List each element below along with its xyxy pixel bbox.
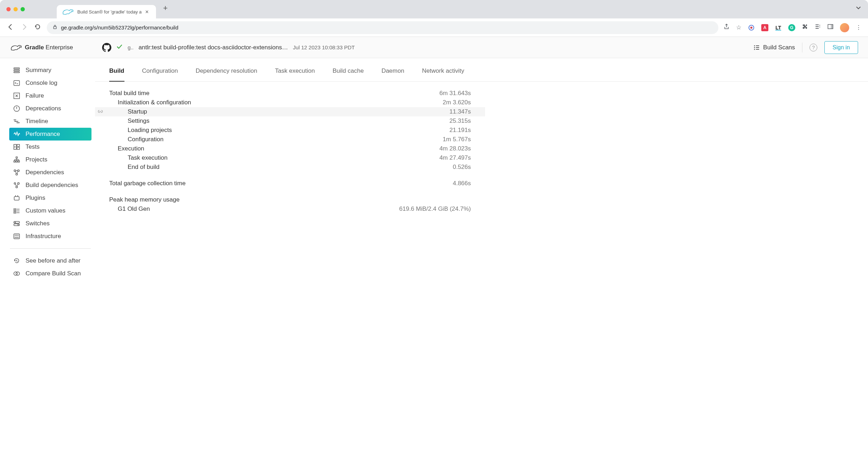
metric-init-config: Initialization & configuration 2m 3.620s bbox=[109, 98, 471, 107]
tests-icon bbox=[13, 143, 21, 150]
extension-icon-1[interactable] bbox=[748, 24, 755, 31]
subnav-network-activity[interactable]: Network activity bbox=[422, 67, 464, 81]
console-icon bbox=[13, 79, 21, 87]
svg-point-39 bbox=[16, 272, 20, 275]
sign-in-button[interactable]: Sign in bbox=[824, 41, 858, 54]
svg-rect-28 bbox=[14, 210, 16, 211]
metric-startup: Startup 11.347s bbox=[95, 107, 485, 116]
extension-icon-3[interactable]: LT bbox=[775, 24, 782, 31]
sidebar-item-dependencies[interactable]: Dependencies bbox=[9, 166, 91, 179]
subnav-build[interactable]: Build bbox=[109, 67, 124, 82]
window-controls bbox=[6, 7, 25, 11]
chrome-menu-icon[interactable]: ⋮ bbox=[856, 24, 862, 31]
svg-rect-19 bbox=[18, 161, 20, 162]
sidebar-item-infrastructure[interactable]: Infrastructure bbox=[9, 230, 91, 243]
metric-total-build-time: Total build time 6m 31.643s bbox=[109, 89, 471, 98]
svg-point-35 bbox=[15, 235, 16, 236]
svg-point-22 bbox=[16, 174, 18, 175]
window-close-icon[interactable] bbox=[6, 7, 11, 11]
subnav-daemon[interactable]: Daemon bbox=[382, 67, 404, 81]
history-icon bbox=[13, 257, 21, 264]
link-icon[interactable] bbox=[97, 109, 104, 115]
extension-icon-2[interactable]: A bbox=[761, 24, 768, 31]
browser-tab[interactable]: Build Scan® for 'gradle' today a ✕ bbox=[57, 5, 156, 18]
sidebar-item-deprecations[interactable]: Deprecations bbox=[9, 102, 91, 115]
tab-title: Build Scan® for 'gradle' today a bbox=[77, 9, 141, 15]
list-icon bbox=[753, 44, 760, 51]
reading-list-icon[interactable] bbox=[814, 23, 821, 32]
metric-g1-old-gen: G1 Old Gen 619.6 MiB/2.4 GiB (24.7%) bbox=[109, 204, 471, 214]
sidebar-item-failure[interactable]: Failure bbox=[9, 89, 91, 102]
extension-icon-4[interactable]: G bbox=[788, 24, 795, 31]
metrics-table: Total build time 6m 31.643s Initializati… bbox=[95, 82, 485, 214]
gradle-icon bbox=[62, 7, 74, 16]
address-bar[interactable]: ge.gradle.org/s/num5ib52372lg/performanc… bbox=[47, 21, 718, 34]
svg-rect-4 bbox=[831, 24, 833, 29]
svg-point-33 bbox=[18, 224, 19, 225]
sidebar-item-performance[interactable]: Performance bbox=[9, 128, 91, 141]
subnav-task-execution[interactable]: Task execution bbox=[275, 67, 315, 81]
sidebar-item-custom-values[interactable]: Custom values bbox=[9, 204, 91, 217]
extensions-puzzle-icon[interactable] bbox=[802, 23, 808, 32]
sidebar-divider bbox=[10, 248, 91, 249]
sidebar-item-console-log[interactable]: Console log bbox=[9, 77, 91, 89]
side-panel-icon[interactable] bbox=[827, 23, 834, 32]
sidebar-item-tests[interactable]: Tests bbox=[9, 141, 91, 153]
bookmark-star-icon[interactable]: ☆ bbox=[736, 24, 741, 31]
sidebar-item-build-dependencies[interactable]: Build dependencies bbox=[9, 179, 91, 192]
svg-rect-17 bbox=[14, 161, 15, 162]
sidebar-item-label: Build dependencies bbox=[26, 182, 78, 189]
build-dependencies-icon bbox=[13, 182, 21, 189]
divider bbox=[802, 43, 802, 53]
build-timestamp: Jul 12 2023 10:08:33 PDT bbox=[293, 44, 355, 50]
metric-heap-header: Peak heap memory usage bbox=[109, 195, 471, 204]
subnav-build-cache[interactable]: Build cache bbox=[333, 67, 364, 81]
reload-button[interactable] bbox=[33, 23, 42, 32]
brand-logo[interactable]: Gradle Enterprise bbox=[10, 43, 73, 52]
github-icon[interactable] bbox=[102, 43, 111, 52]
tab-close-icon[interactable]: ✕ bbox=[145, 9, 149, 15]
subnav-dependency-resolution[interactable]: Dependency resolution bbox=[196, 67, 257, 81]
sidebar-item-timeline[interactable]: Timeline bbox=[9, 115, 91, 128]
breadcrumb-prefix: g.. bbox=[128, 44, 134, 50]
sidebar-item-label: Plugins bbox=[26, 194, 45, 202]
svg-rect-29 bbox=[14, 212, 16, 213]
sidebar-item-label: Tests bbox=[26, 143, 40, 150]
sidebar-item-before-after[interactable]: See before and after bbox=[9, 254, 91, 267]
svg-point-31 bbox=[15, 222, 16, 223]
metric-end-of-build: End of build 0.526s bbox=[109, 163, 471, 172]
svg-point-36 bbox=[16, 235, 17, 236]
back-button[interactable] bbox=[6, 23, 15, 32]
sidebar-item-label: Switches bbox=[26, 220, 50, 227]
browser-toolbar: ge.gradle.org/s/num5ib52372lg/performanc… bbox=[0, 18, 868, 37]
new-tab-button[interactable]: + bbox=[163, 4, 168, 13]
window-minimize-icon[interactable] bbox=[13, 7, 18, 11]
svg-point-5 bbox=[754, 45, 755, 46]
svg-point-6 bbox=[754, 47, 755, 48]
svg-point-2 bbox=[750, 27, 752, 29]
sidebar-item-label: Deprecations bbox=[26, 105, 61, 112]
svg-rect-27 bbox=[14, 209, 16, 210]
tabs-chevron-icon[interactable] bbox=[856, 5, 861, 11]
help-icon[interactable]: ? bbox=[809, 44, 817, 51]
url-text: ge.gradle.org/s/num5ib52372lg/performanc… bbox=[61, 24, 178, 31]
profile-avatar[interactable] bbox=[840, 23, 849, 32]
svg-point-24 bbox=[18, 183, 20, 185]
svg-rect-10 bbox=[14, 72, 20, 73]
window-maximize-icon[interactable] bbox=[21, 7, 25, 11]
subnav-configuration[interactable]: Configuration bbox=[142, 67, 178, 81]
sidebar-item-label: Infrastructure bbox=[26, 233, 61, 240]
sidebar-item-plugins[interactable]: Plugins bbox=[9, 192, 91, 204]
sidebar-item-summary[interactable]: Summary bbox=[9, 64, 91, 77]
plugins-icon bbox=[13, 194, 21, 202]
sidebar-item-compare-scan[interactable]: Compare Build Scan bbox=[9, 267, 91, 280]
share-icon[interactable] bbox=[723, 23, 730, 32]
sidebar-item-label: Timeline bbox=[26, 118, 48, 125]
sidebar-item-switches[interactable]: Switches bbox=[9, 217, 91, 230]
site-lock-icon bbox=[52, 24, 57, 31]
svg-rect-16 bbox=[16, 157, 17, 158]
compare-icon bbox=[13, 270, 21, 277]
build-scans-link[interactable]: Build Scans bbox=[753, 44, 795, 51]
sidebar-item-projects[interactable]: Projects bbox=[9, 153, 91, 166]
svg-rect-11 bbox=[14, 81, 20, 86]
